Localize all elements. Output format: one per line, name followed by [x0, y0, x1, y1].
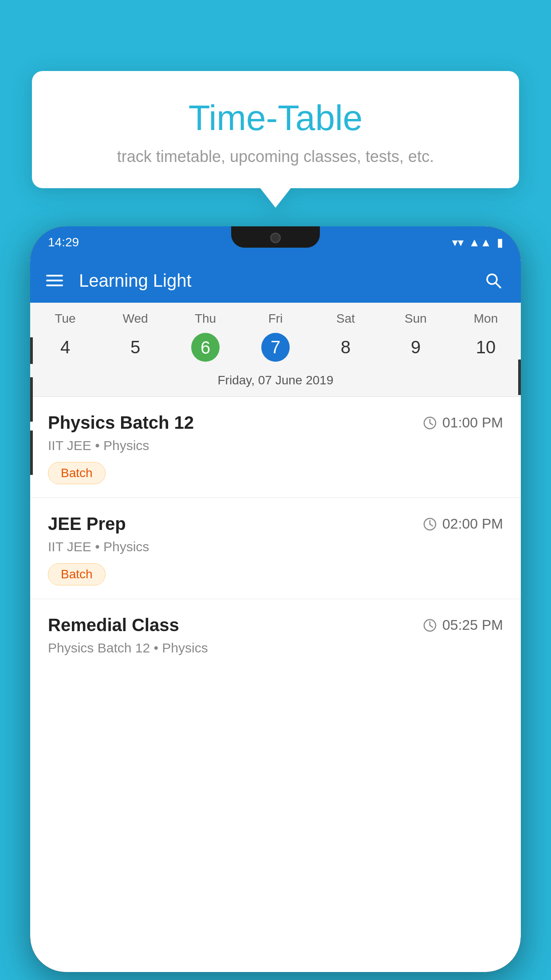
- day-number-8: 8: [341, 333, 350, 362]
- phone-notch: [231, 226, 320, 248]
- schedule-item-2-header: JEE Prep 02:00 PM: [48, 514, 503, 534]
- phone-volume-down-button: [30, 377, 33, 422]
- schedule-item-1-header: Physics Batch 12 01:00 PM: [48, 413, 503, 433]
- screen-content: 14:29 ▾▾ ▲▲ ▮ Learning Light: [30, 226, 521, 972]
- schedule-time-1: 01:00 PM: [423, 415, 503, 431]
- day-number-4: 4: [60, 333, 70, 362]
- schedule-item-2[interactable]: JEE Prep 02:00 PM IIT JEE • Physics: [30, 498, 521, 599]
- day-9[interactable]: 9: [381, 333, 451, 362]
- day-header-thu: Thu: [170, 312, 240, 326]
- day-8[interactable]: 8: [311, 333, 381, 362]
- day-number-6: 6: [191, 333, 220, 362]
- phone-container: 14:29 ▾▾ ▲▲ ▮ Learning Light: [30, 226, 521, 980]
- schedule-name-3: Remedial Class: [48, 615, 179, 635]
- schedule-time-2: 02:00 PM: [423, 516, 503, 532]
- phone-frame: 14:29 ▾▾ ▲▲ ▮ Learning Light: [30, 226, 521, 972]
- day-numbers: 4 5 6 7 8: [30, 329, 521, 369]
- clock-icon-3: [423, 618, 437, 632]
- hamburger-menu-button[interactable]: [46, 275, 63, 286]
- day-header-fri: Fri: [240, 312, 311, 326]
- day-header-mon: Mon: [451, 312, 521, 326]
- svg-line-7: [430, 524, 433, 526]
- schedule-item-1[interactable]: Physics Batch 12 01:00 PM IIT JEE • Ph: [30, 397, 521, 498]
- day-6-today[interactable]: 6: [170, 333, 240, 362]
- schedule-subject-2: IIT JEE • Physics: [48, 539, 503, 554]
- phone-power-button: [518, 360, 521, 395]
- tooltip-subtitle: track timetable, upcoming classes, tests…: [59, 147, 492, 166]
- phone-screen: 14:29 ▾▾ ▲▲ ▮ Learning Light: [30, 226, 521, 972]
- search-button[interactable]: [482, 269, 505, 292]
- day-number-10: 10: [476, 333, 496, 362]
- schedule-subject-1: IIT JEE • Physics: [48, 438, 503, 453]
- app-bar: Learning Light: [30, 258, 521, 303]
- schedule-time-3: 05:25 PM: [423, 617, 503, 633]
- phone-camera: [270, 233, 281, 243]
- svg-line-4: [430, 423, 433, 425]
- phone-silent-button: [30, 431, 33, 475]
- phone-volume-up-button: [30, 337, 33, 364]
- svg-line-1: [496, 283, 500, 288]
- day-number-5: 5: [130, 333, 140, 362]
- selected-date-label: Friday, 07 June 2019: [30, 369, 521, 397]
- day-10[interactable]: 10: [451, 333, 521, 362]
- schedule-item-3-header: Remedial Class 05:25 PM: [48, 615, 503, 635]
- day-header-sun: Sun: [381, 312, 451, 326]
- search-icon: [484, 271, 503, 290]
- wifi-icon: ▾▾: [452, 236, 464, 249]
- battery-icon: ▮: [497, 236, 503, 249]
- day-headers: Tue Wed Thu Fri Sat Sun Mon: [30, 303, 521, 329]
- schedule-name-2: JEE Prep: [48, 514, 126, 534]
- app-title: Learning Light: [79, 271, 482, 291]
- day-header-sat: Sat: [311, 312, 381, 326]
- day-7-selected[interactable]: 7: [240, 333, 311, 362]
- schedule-name-1: Physics Batch 12: [48, 413, 194, 433]
- day-4[interactable]: 4: [30, 333, 100, 362]
- status-icons: ▾▾ ▲▲ ▮: [452, 236, 503, 249]
- svg-line-10: [430, 625, 433, 627]
- batch-badge-2: Batch: [48, 563, 106, 585]
- calendar-section: Tue Wed Thu Fri Sat Sun Mon 4 5: [30, 303, 521, 397]
- day-number-7: 7: [261, 333, 290, 362]
- clock-icon-2: [423, 517, 437, 531]
- schedule-item-3[interactable]: Remedial Class 05:25 PM Physics Batch: [30, 599, 521, 678]
- schedule-subject-3: Physics Batch 12 • Physics: [48, 640, 503, 656]
- day-number-9: 9: [411, 333, 421, 362]
- clock-icon-1: [423, 416, 437, 430]
- day-header-tue: Tue: [30, 312, 100, 326]
- batch-badge-1: Batch: [48, 462, 106, 484]
- day-5[interactable]: 5: [100, 333, 170, 362]
- tooltip-title: Time-Table: [59, 98, 492, 138]
- tooltip-card: Time-Table track timetable, upcoming cla…: [32, 71, 519, 188]
- day-header-wed: Wed: [100, 312, 170, 326]
- schedule-list: Physics Batch 12 01:00 PM IIT JEE • Ph: [30, 397, 521, 678]
- status-time: 14:29: [48, 235, 79, 249]
- signal-icon: ▲▲: [469, 236, 492, 249]
